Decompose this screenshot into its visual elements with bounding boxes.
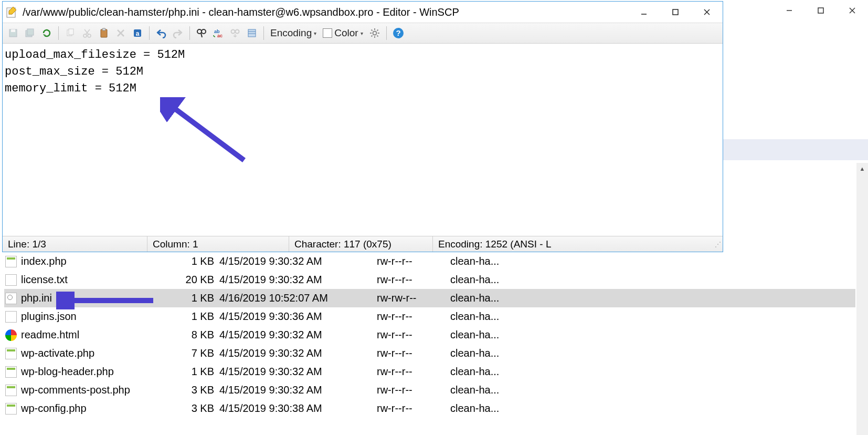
settings-icon[interactable] (367, 26, 382, 40)
svg-point-16 (88, 34, 91, 37)
file-permissions: rw-r--r-- (377, 347, 450, 359)
file-size: 1 KB (168, 292, 219, 304)
file-size: 1 KB (168, 310, 219, 323)
file-name: plugins.json (21, 310, 168, 323)
file-row[interactable]: php.ini1 KB4/16/2019 10:52:07 AMrw-rw-r-… (4, 289, 855, 307)
file-date: 4/15/2019 9:30:38 AM (219, 402, 377, 415)
svg-line-40 (371, 30, 372, 31)
file-owner: clean-ha... (450, 347, 524, 359)
file-owner: clean-ha... (450, 310, 524, 323)
file-size: 3 KB (168, 402, 219, 415)
file-type-icon (5, 256, 17, 267)
svg-rect-6 (673, 9, 678, 15)
svg-text:?: ? (396, 28, 400, 37)
status-encoding: Encoding: 1252 (ANSI - L (433, 236, 712, 252)
encoding-dropdown[interactable]: Encoding ▾ (268, 27, 319, 39)
file-row[interactable]: license.txt20 KB4/15/2019 9:30:32 AMrw-r… (4, 271, 855, 289)
file-row[interactable]: wp-comments-post.php3 KB4/15/2019 9:30:3… (4, 381, 855, 399)
bg-close-button[interactable] (837, 0, 868, 21)
file-size: 3 KB (168, 384, 219, 396)
scroll-up-icon[interactable]: ▲ (856, 163, 868, 174)
file-type-icon (5, 403, 17, 415)
file-name: wp-activate.php (21, 347, 168, 359)
maximize-button[interactable] (660, 2, 691, 22)
file-date: 4/15/2019 9:30:32 AM (219, 366, 377, 378)
file-date: 4/15/2019 9:30:32 AM (219, 384, 377, 396)
find-icon[interactable] (194, 26, 209, 40)
file-owner: clean-ha... (450, 274, 524, 286)
bg-scrollbar[interactable]: ▲ (856, 163, 868, 435)
status-character: Character: 117 (0x75) (289, 236, 433, 252)
delete-icon[interactable] (113, 26, 128, 40)
paste-icon[interactable] (97, 26, 111, 40)
svg-line-41 (377, 36, 378, 37)
svg-rect-12 (27, 29, 34, 35)
app-icon (6, 6, 18, 18)
svg-rect-20 (102, 28, 105, 30)
file-row[interactable]: readme.html8 KB4/15/2019 9:30:32 AMrw-r-… (4, 326, 855, 344)
status-column: Column: 1 (147, 236, 289, 252)
file-permissions: rw-r--r-- (377, 329, 450, 341)
file-owner: clean-ha... (450, 366, 524, 378)
file-size: 7 KB (168, 347, 219, 359)
undo-icon[interactable] (154, 26, 168, 40)
goto-icon[interactable] (245, 26, 259, 40)
file-row[interactable]: wp-blog-header.php1 KB4/15/2019 9:30:32 … (4, 362, 855, 381)
file-permissions: rw-r--r-- (377, 274, 450, 286)
chevron-down-icon: ▾ (361, 30, 363, 36)
svg-text:a: a (136, 30, 140, 37)
save-icon[interactable] (6, 26, 20, 40)
titlebar[interactable]: /var/www/public/clean-hamster/php.ini - … (3, 2, 723, 23)
svg-point-31 (236, 30, 239, 34)
file-owner: clean-ha... (450, 292, 524, 304)
svg-line-42 (371, 36, 372, 37)
file-row[interactable]: wp-activate.php7 KB4/15/2019 9:30:32 AMr… (4, 344, 855, 362)
file-permissions: rw-r--r-- (377, 310, 450, 323)
color-label: Color (334, 27, 358, 39)
save-all-icon[interactable] (23, 26, 37, 40)
help-icon[interactable]: ? (391, 26, 406, 40)
svg-rect-1 (818, 8, 823, 13)
chevron-down-icon: ▾ (314, 30, 316, 36)
file-row[interactable]: wp-config.php3 KB4/15/2019 9:30:38 AMrw-… (4, 399, 855, 418)
svg-rect-10 (11, 29, 15, 32)
svg-rect-14 (69, 29, 73, 35)
file-name: php.ini (21, 292, 168, 304)
file-type-icon (5, 385, 17, 396)
select-all-icon[interactable]: a (130, 26, 145, 40)
file-type-icon (5, 348, 17, 359)
file-name: wp-blog-header.php (21, 366, 168, 378)
copy-icon[interactable] (63, 26, 78, 40)
file-permissions: rw-r--r-- (377, 384, 450, 396)
color-swatch (323, 28, 332, 38)
file-row[interactable]: plugins.json1 KB4/15/2019 9:30:36 AMrw-r… (4, 307, 855, 326)
reload-icon[interactable] (39, 26, 54, 40)
close-button[interactable] (691, 2, 723, 22)
file-type-icon (5, 366, 17, 378)
bg-maximize-button[interactable] (805, 0, 837, 21)
minimize-button[interactable] (628, 2, 660, 22)
svg-point-35 (373, 32, 376, 35)
file-name: wp-comments-post.php (21, 384, 168, 396)
svg-text:ac: ac (217, 33, 223, 38)
file-date: 4/15/2019 9:30:36 AM (219, 310, 377, 323)
file-owner: clean-ha... (450, 402, 524, 415)
file-name: readme.html (21, 329, 168, 341)
file-type-icon (5, 274, 17, 286)
window-title: /var/www/public/clean-hamster/php.ini - … (23, 6, 628, 18)
file-size: 8 KB (168, 329, 219, 341)
file-name: index.php (21, 255, 168, 267)
file-row[interactable]: index.php1 KB4/15/2019 9:30:32 AMrw-r--r… (4, 252, 855, 271)
resize-grip-icon[interactable]: ⋰ (712, 241, 723, 248)
redo-icon[interactable] (171, 26, 185, 40)
cut-icon[interactable] (80, 26, 94, 40)
replace-icon[interactable]: abac (211, 26, 226, 40)
bg-minimize-button[interactable] (774, 0, 805, 21)
svg-point-15 (83, 34, 87, 37)
editor-textarea[interactable]: upload_max_filesize = 512M post_max_size… (3, 44, 723, 236)
svg-line-43 (377, 30, 378, 31)
find-next-icon[interactable] (228, 26, 242, 40)
file-type-icon (5, 329, 17, 341)
file-name: license.txt (21, 274, 168, 286)
color-dropdown[interactable]: Color ▾ (321, 27, 365, 39)
